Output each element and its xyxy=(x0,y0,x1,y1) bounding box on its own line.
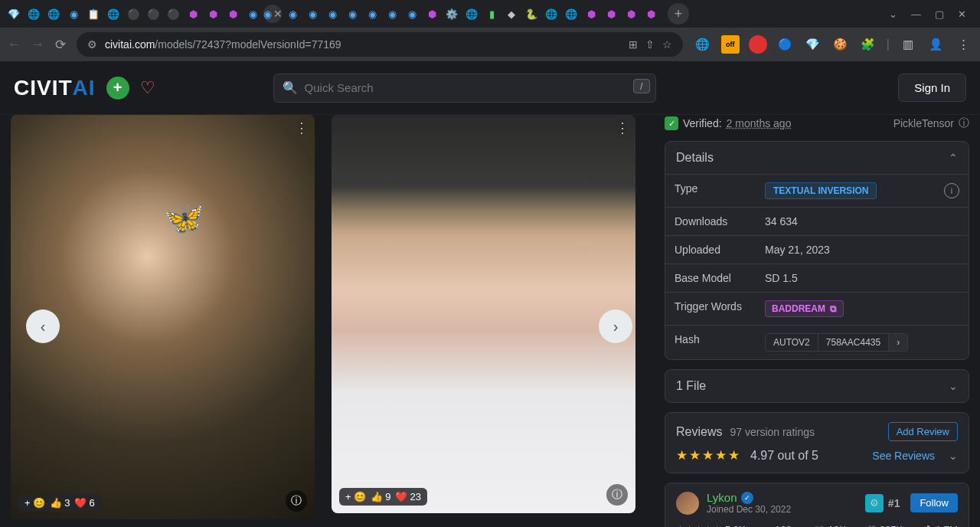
install-app-icon[interactable]: ⊞ xyxy=(629,38,638,51)
tab-icon[interactable]: ◉ xyxy=(64,5,83,23)
tab-icon[interactable]: ◉ xyxy=(283,5,302,23)
tab-icon[interactable]: ◆ xyxy=(502,5,521,23)
tab-icon[interactable]: 🌐 xyxy=(44,5,63,23)
share-icon[interactable]: ⇧ xyxy=(645,38,655,51)
pickle-tensor[interactable]: PickleTensorⓘ xyxy=(893,116,969,130)
info-icon[interactable]: ⓘ xyxy=(606,484,628,506)
tab-icon[interactable]: 📋 xyxy=(84,5,103,23)
extension-icon[interactable]: 🌐 xyxy=(694,35,712,54)
tab-icon[interactable]: ⬢ xyxy=(423,5,441,23)
tab-icon[interactable]: ⚫ xyxy=(124,5,142,23)
star-rating: ★★★★★ xyxy=(676,447,741,463)
card-menu-icon[interactable]: ⋮ xyxy=(616,119,629,136)
hash-expand-icon[interactable]: › xyxy=(889,334,907,351)
files-header[interactable]: 1 File ⌄ xyxy=(665,370,969,402)
creator-name-link[interactable]: Lykon xyxy=(707,491,737,504)
tab-icon[interactable]: 🌐 xyxy=(462,5,481,23)
tab-icon[interactable]: ◉ xyxy=(303,5,322,23)
follow-button[interactable]: Follow xyxy=(910,493,958,512)
tab-icon[interactable]: ⬢ xyxy=(602,5,620,23)
close-icon[interactable]: ✕ xyxy=(273,8,283,20)
add-reaction-button[interactable]: + 😊 xyxy=(345,491,366,502)
new-tab-button[interactable]: + xyxy=(668,3,689,25)
see-reviews-link[interactable]: See Reviews xyxy=(872,450,935,462)
verified-date[interactable]: 2 months ago xyxy=(727,117,792,129)
tab-icon[interactable]: ◉ xyxy=(243,5,262,23)
tab-icon[interactable]: ⚙️ xyxy=(443,5,461,23)
extension-icon[interactable]: off xyxy=(721,35,740,54)
tab-icon[interactable]: 💎 xyxy=(5,5,23,23)
verified-label: Verified: xyxy=(683,117,722,129)
tab-icon[interactable]: ⬢ xyxy=(642,5,660,23)
tab-icon[interactable]: ⬢ xyxy=(204,5,222,23)
add-review-button[interactable]: Add Review xyxy=(888,422,958,441)
extension-icon[interactable] xyxy=(749,35,767,54)
copy-icon[interactable]: ⧉ xyxy=(830,303,837,314)
search-icon: 🔍 xyxy=(283,80,298,95)
create-button[interactable]: + xyxy=(106,77,129,100)
extension-icon[interactable]: 🍪 xyxy=(831,35,850,54)
minimize-icon[interactable]: — xyxy=(911,8,921,20)
add-reaction-button[interactable]: + 😊 xyxy=(24,497,45,509)
image-gallery: ‹ › 🦋 ⋮ + 😊 👍3 ❤️6 ⓘ ⋮ + 😊 👍9 ❤️23 ⓘ xyxy=(11,115,648,527)
tab-icon[interactable]: ⬢ xyxy=(622,5,640,23)
tab-icon[interactable]: ⬢ xyxy=(184,5,202,23)
files-panel: 1 File ⌄ xyxy=(665,369,969,403)
tab-icon[interactable]: 🌐 xyxy=(542,5,560,23)
gallery-card[interactable]: ⋮ + 😊 👍9 ❤️23 ⓘ xyxy=(332,115,635,513)
back-button[interactable]: ← xyxy=(8,37,21,52)
reaction[interactable]: 👍3 xyxy=(50,497,70,509)
tab-icon[interactable]: 🌐 xyxy=(104,5,122,23)
extension-icon[interactable]: 🔵 xyxy=(776,35,795,54)
close-window-icon[interactable]: ✕ xyxy=(958,8,966,20)
tab-icon[interactable]: 🐍 xyxy=(522,5,541,23)
tab-icon[interactable]: ⚫ xyxy=(144,5,162,23)
gallery-prev-button[interactable]: ‹ xyxy=(26,309,60,343)
tab-icon[interactable]: ⬢ xyxy=(224,5,242,23)
avatar[interactable] xyxy=(676,492,699,515)
info-icon[interactable]: ⓘ xyxy=(286,490,307,512)
bookmark-icon[interactable]: ☆ xyxy=(662,38,672,51)
address-bar[interactable]: ⚙ civitai.com/models/72437?modelVersionI… xyxy=(77,32,683,57)
reviews-count: 97 version ratings xyxy=(730,426,815,438)
tab-icon[interactable]: ◉ xyxy=(363,5,381,23)
creator-panel: Lykon ✓ Joined Dec 30, 2022 ⚙ #1 Follow … xyxy=(665,483,969,527)
search-input[interactable] xyxy=(273,74,656,103)
extension-icon[interactable]: 💎 xyxy=(804,35,822,54)
chevron-down-icon[interactable]: ⌄ xyxy=(889,8,897,20)
tab-icon[interactable]: 🌐 xyxy=(562,5,580,23)
tab-icon[interactable]: ◉ xyxy=(343,5,361,23)
extensions-icon[interactable]: 🧩 xyxy=(859,35,877,54)
maximize-icon[interactable]: ▢ xyxy=(935,8,944,20)
tab-icon[interactable]: ⚫ xyxy=(164,5,182,23)
card-menu-icon[interactable]: ⋮ xyxy=(295,119,309,136)
sidepanel-icon[interactable]: ▥ xyxy=(899,35,917,54)
tab-icon[interactable]: ◉ xyxy=(403,5,421,23)
tab-active[interactable]: ◉✕ xyxy=(263,5,282,23)
tab-icon[interactable]: ⬢ xyxy=(582,5,600,23)
reload-button[interactable]: ⟳ xyxy=(55,37,66,53)
tab-icon[interactable]: ▮ xyxy=(482,5,501,23)
forward-button[interactable]: → xyxy=(31,37,44,52)
reaction[interactable]: ❤️6 xyxy=(74,497,94,509)
info-icon[interactable]: i xyxy=(944,183,959,198)
tab-icon[interactable]: 🌐 xyxy=(24,5,43,23)
rank-number: #1 xyxy=(888,497,900,509)
trigger-badge[interactable]: BADDREAM⧉ xyxy=(765,300,844,317)
detail-value: May 21, 2023 xyxy=(756,236,969,264)
signin-button[interactable]: Sign In xyxy=(898,74,966,102)
gallery-next-button[interactable]: › xyxy=(599,309,632,343)
favorites-icon[interactable]: ♡ xyxy=(140,78,155,98)
reaction[interactable]: 👍9 xyxy=(371,491,390,502)
site-settings-icon[interactable]: ⚙ xyxy=(87,38,97,51)
menu-icon[interactable]: ⋮ xyxy=(954,35,972,54)
logo[interactable]: CIVITAI xyxy=(14,76,96,100)
rank-icon: ⚙ xyxy=(865,494,884,512)
reaction[interactable]: ❤️23 xyxy=(395,491,420,502)
details-header[interactable]: Details ⌃ xyxy=(665,142,969,174)
chevron-down-icon[interactable]: ⌄ xyxy=(949,450,958,462)
tab-icon[interactable]: ◉ xyxy=(383,5,401,23)
profile-icon[interactable]: 👤 xyxy=(926,35,945,54)
reviews-panel: Reviews 97 version ratings Add Review ★★… xyxy=(665,412,969,473)
tab-icon[interactable]: ◉ xyxy=(323,5,341,23)
